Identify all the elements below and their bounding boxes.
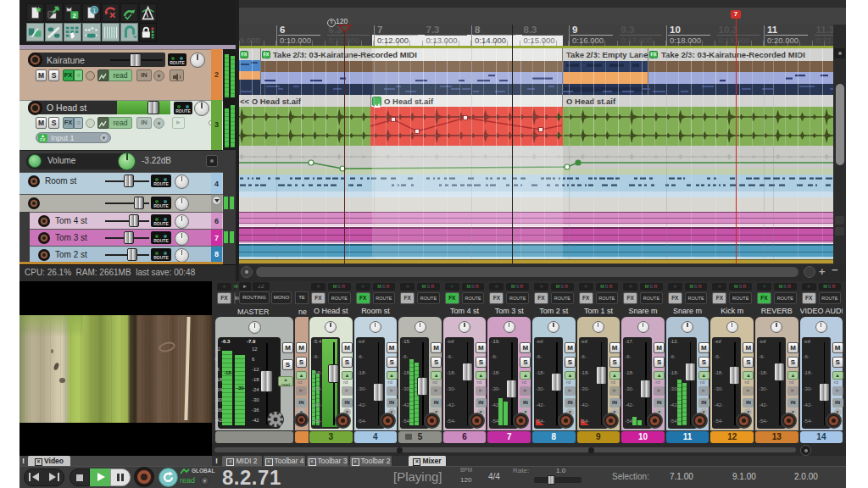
svg-text:2: 2 — [73, 11, 76, 19]
svg-text:1: 1 — [93, 6, 97, 14]
